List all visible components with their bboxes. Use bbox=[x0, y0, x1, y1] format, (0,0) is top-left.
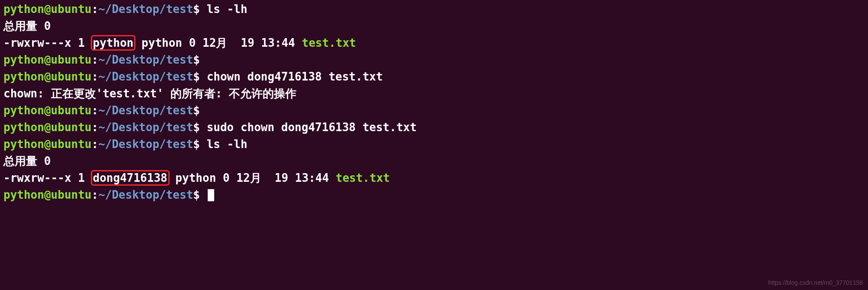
file-perms: -rwxrw---x bbox=[3, 36, 71, 49]
terminal-line: python@ubuntu:~/Desktop/test$ bbox=[3, 52, 865, 68]
terminal-line[interactable]: python@ubuntu:~/Desktop/test$ bbox=[3, 187, 865, 203]
terminal-output: 总用量 0 bbox=[3, 18, 865, 35]
file-owner-highlight: dong4716138 bbox=[91, 170, 170, 186]
terminal-line: python@ubuntu:~/Desktop/test$ bbox=[3, 102, 865, 119]
prompt-sep: : bbox=[92, 3, 99, 16]
cursor-icon bbox=[208, 189, 214, 201]
command-text: chown dong4716138 test.txt bbox=[207, 70, 383, 83]
link-count: 1 bbox=[78, 36, 85, 49]
command-text: sudo chown dong4716138 test.txt bbox=[207, 121, 417, 134]
ls-row: -rwxrw---x 1 python python 0 12月 19 13:4… bbox=[3, 35, 865, 52]
csdn-watermark: https://blog.csdn.net/m0_37701158 bbox=[768, 278, 863, 287]
file-group: python bbox=[141, 36, 182, 49]
ls-row: -rwxrw---x 1 dong4716138 python 0 12月 19… bbox=[3, 170, 865, 187]
file-date: 12月 19 13:44 bbox=[203, 36, 295, 49]
file-name: test.txt bbox=[336, 171, 390, 184]
file-owner-highlight: python bbox=[91, 35, 136, 51]
terminal-output: chown: 正在更改'test.txt' 的所有者: 不允许的操作 bbox=[3, 85, 865, 102]
file-name: test.txt bbox=[302, 36, 356, 49]
terminal-line: python@ubuntu:~/Desktop/test$ chown dong… bbox=[3, 68, 865, 85]
prompt-user: python@ubuntu bbox=[3, 3, 92, 16]
file-perms: -rwxrw---x bbox=[3, 171, 71, 184]
file-size: 0 bbox=[223, 171, 230, 184]
file-group: python bbox=[175, 171, 216, 184]
terminal-line: python@ubuntu:~/Desktop/test$ ls -lh bbox=[3, 1, 865, 18]
prompt-symbol: $ bbox=[193, 3, 200, 16]
command-text bbox=[200, 3, 207, 16]
terminal-output: 总用量 0 bbox=[3, 153, 865, 170]
command-text: ls -lh bbox=[207, 3, 248, 16]
terminal-line: python@ubuntu:~/Desktop/test$ ls -lh bbox=[3, 136, 865, 153]
file-size: 0 bbox=[189, 36, 196, 49]
file-date: 12月 19 13:44 bbox=[236, 171, 329, 184]
command-text: ls -lh bbox=[207, 138, 248, 151]
terminal-line: python@ubuntu:~/Desktop/test$ sudo chown… bbox=[3, 119, 865, 136]
prompt-path: ~/Desktop/test bbox=[98, 3, 193, 16]
link-count: 1 bbox=[78, 171, 85, 184]
